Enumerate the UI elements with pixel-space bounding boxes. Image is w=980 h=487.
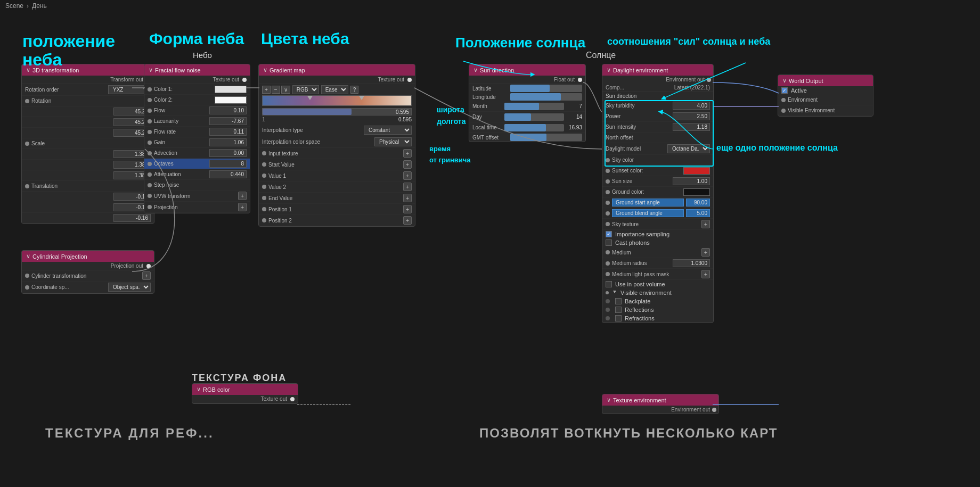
local-time-row: Local time 16.93 [469,122,585,133]
tex-env-chevron[interactable]: ∨ [607,397,611,403]
projection-plus-btn[interactable]: + [238,203,247,211]
sun-size-label: Sun size [612,178,671,184]
interp-type-select[interactable]: Constant [364,126,412,135]
interp-color-select[interactable]: Physical [374,137,412,146]
cylindrical-chevron[interactable]: ∨ [26,253,30,260]
help-btn[interactable]: ? [350,86,359,94]
medium-radius-input[interactable] [673,259,710,267]
val1-plus[interactable]: + [403,171,412,180]
color1-swatch[interactable] [215,86,247,93]
medium-label: Medium [612,250,699,255]
importance-sampling-checkbox[interactable] [606,231,612,237]
interp-type-row: Interpolation type Constant [259,125,415,136]
refractions-checkbox[interactable] [615,315,622,321]
val2-plus[interactable]: + [403,183,412,191]
attenuation-dot [148,172,152,177]
gradient-plus-btn[interactable]: + [262,86,271,94]
gradient-minus-btn[interactable]: − [272,86,280,94]
daylight-chevron[interactable]: ∨ [607,67,611,73]
sky-texture-plus[interactable]: + [701,220,710,228]
input-texture-label: Input texture [268,151,401,156]
pos1-plus[interactable]: + [403,205,412,213]
latitude-slider[interactable] [510,85,582,92]
octaves-row: Octaves [144,159,250,169]
step-noise-dot [148,183,152,187]
lacunarity-label: Lacunarity [154,118,207,124]
active-checkbox[interactable] [781,87,788,94]
start-value-row: Start Value + [259,159,415,170]
longitude-slider[interactable] [510,93,582,101]
local-time-slider[interactable] [504,124,564,131]
gradient-pos-val: 0.595 [396,109,409,115]
sun-dir-sublabel: Sun direction [602,92,713,101]
fractal-chevron[interactable]: ∨ [149,67,153,73]
collapse-chevron[interactable]: ∨ [26,67,30,73]
sunset-dot [606,169,610,173]
gmt-slider[interactable] [510,134,582,141]
daylight-model-select[interactable]: Octane Da... [667,144,710,153]
comp-label: Comp... [606,85,624,90]
uvw-plus-btn[interactable]: + [238,192,247,200]
attenuation-input[interactable] [209,170,247,178]
ground-start-val[interactable]: 90.00 [686,199,710,207]
ground-blend-val[interactable]: 5.00 [686,209,710,217]
use-post-vol-checkbox[interactable] [606,281,612,287]
ground-color-swatch[interactable] [683,188,710,196]
gradient-handle-2[interactable] [359,96,364,100]
bottom-label-texture-ref: ТЕКСТУРА ДЛЯ РЕФ... [45,426,214,441]
gain-input[interactable] [209,138,247,146]
sun-intensity-input[interactable] [673,123,710,131]
flow-input[interactable] [209,106,247,114]
bottom-label-texture-bg: ТЕКСТУРА ФОНА [192,373,287,384]
rotation-order-row: Rotation order YXZ [22,84,154,96]
ground-blend-row: Ground blend angle 5.00 [602,208,713,219]
cast-photons-checkbox[interactable] [606,240,612,246]
world-output-chevron[interactable]: ∨ [782,77,787,84]
power-input[interactable] [673,112,710,120]
gradient-handle-1[interactable] [307,96,313,100]
flow-rate-input[interactable] [209,128,247,136]
sky-turbidity-input[interactable] [673,102,710,110]
vis-env-input-label: Visible Environment [788,108,870,113]
input-texture-plus[interactable]: + [403,149,412,158]
flow-rate-label: Flow rate [154,129,207,135]
gradient-range: 1 0.595 [262,117,412,122]
sun-size-input[interactable] [673,177,710,185]
reflections-checkbox[interactable] [615,307,622,313]
cylinder-transform-plus[interactable]: + [142,271,151,280]
ease-select[interactable]: Ease [321,85,348,94]
backplate-checkbox[interactable] [615,298,622,304]
refractions-socket [606,316,610,320]
month-slider[interactable] [504,103,564,110]
sky-texture-row: Sky texture + [602,219,713,230]
medium-lp-plus[interactable]: + [701,270,710,278]
use-post-vol-label: Use in post volume [615,281,665,287]
octaves-input[interactable] [209,160,247,168]
start-val-plus[interactable]: + [403,160,412,169]
ground-color-label: Ground color: [612,189,681,195]
value1-row: Value 1 + [259,170,415,181]
sun-dir-chevron[interactable]: ∨ [473,67,478,73]
gradient-position-fill [263,109,352,115]
pos2-plus[interactable]: + [403,216,412,225]
gradient-bar[interactable] [262,95,412,106]
translation-z-input[interactable] [113,214,151,222]
end-val-plus[interactable]: + [403,194,412,202]
color2-swatch[interactable] [215,96,247,104]
lacunarity-input[interactable] [209,117,247,125]
advection-input[interactable] [209,149,247,157]
gradient-chevron[interactable]: ∨ [263,67,267,73]
sunset-color-swatch[interactable] [683,167,710,175]
gradient-position-slider[interactable]: 0.595 [262,108,412,115]
rgb-bottom-chevron[interactable]: ∨ [197,386,201,393]
scale-label-row: Scale [22,138,154,149]
sun-intensity-row: Sun intensity [602,122,713,133]
medium-lp-label: Medium light pass mask [612,271,699,277]
gradient-arrow-btn[interactable]: ∨ [281,86,290,94]
color-mode-select[interactable]: RGB [292,85,319,94]
coordinate-sp-select[interactable]: Object spa... [108,283,151,292]
vis-env-toggle[interactable] [613,291,616,295]
medium-plus[interactable]: + [701,248,710,257]
day-slider[interactable] [504,113,564,121]
visible-env-row: Visible environment [602,288,713,297]
